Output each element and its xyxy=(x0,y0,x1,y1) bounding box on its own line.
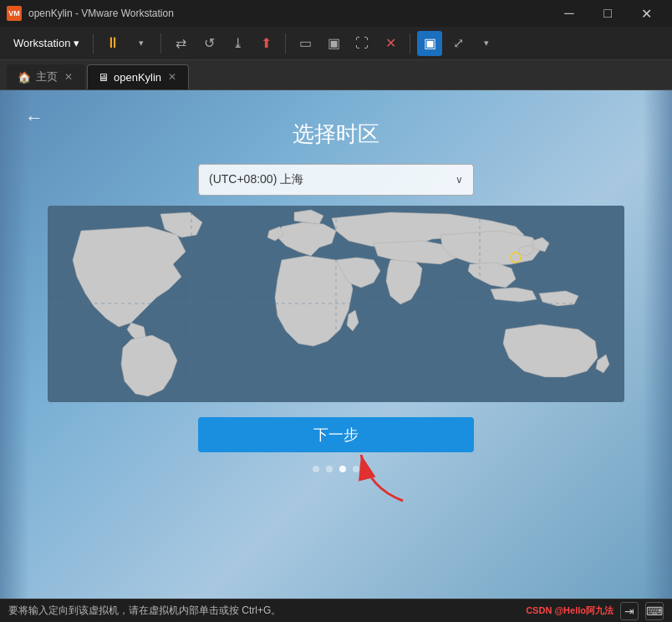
unity-button[interactable]: ⛶ xyxy=(349,31,374,56)
tab-bar: 🏠 主页 ✕ 🖥 openKylin ✕ xyxy=(0,60,672,90)
close-button[interactable]: ✕ xyxy=(627,0,665,27)
openkylin-tab-icon: 🖥 xyxy=(98,71,109,84)
home-tab-close[interactable]: ✕ xyxy=(63,69,74,84)
snapshot3-button[interactable]: ⬆ xyxy=(253,31,278,56)
keyboard-button[interactable]: ⌨ xyxy=(645,602,664,620)
progress-dot-2 xyxy=(326,466,333,472)
back-button[interactable]: ← xyxy=(25,107,43,129)
title-bar: VM openKylin - VMware Workstation ─ □ ✕ xyxy=(0,0,672,27)
next-button-label: 下一步 xyxy=(313,426,359,443)
window-controls: ─ □ ✕ xyxy=(550,0,665,27)
console-button[interactable]: ▣ xyxy=(417,31,442,56)
progress-dot-1 xyxy=(313,466,319,472)
status-message: 要将输入定向到该虚拟机，请在虚拟机内部单击或按 Ctrl+G。 xyxy=(8,604,526,618)
next-button[interactable]: 下一步 xyxy=(198,417,474,452)
fullscreen-button[interactable]: ▣ xyxy=(321,31,346,56)
toolbar-separator-4 xyxy=(410,33,410,54)
toolbar-separator-2 xyxy=(160,33,161,54)
home-tab-label: 主页 xyxy=(36,69,58,84)
status-right: CSDN @Hello阿九法 ⇥ ⌨ xyxy=(526,602,664,620)
snapshot-button[interactable]: ↺ xyxy=(196,31,221,56)
toolbar-separator-3 xyxy=(285,33,286,54)
toolbar-separator-1 xyxy=(93,33,94,54)
window-title: openKylin - VMware Workstation xyxy=(28,8,550,19)
workstation-dropdown-icon: ▾ xyxy=(74,37,79,49)
workstation-label: Workstation xyxy=(13,37,70,49)
pause-dropdown-button[interactable]: ▾ xyxy=(129,31,154,56)
page-title: 选择时区 xyxy=(293,120,379,149)
tab-home[interactable]: 🏠 主页 ✕ xyxy=(7,64,85,89)
timezone-dropdown[interactable]: (UTC+08:00) 上海 ∨ xyxy=(198,164,474,196)
world-map xyxy=(48,206,624,402)
progress-dot-3 xyxy=(339,466,346,472)
openkylin-tab-close[interactable]: ✕ xyxy=(166,69,178,84)
pause-button[interactable]: ⏸ xyxy=(100,31,125,56)
brand-label: CSDN @Hello阿九法 xyxy=(526,604,613,617)
expand-button[interactable]: ⤢ xyxy=(445,31,471,56)
toolbar: Workstation ▾ ⏸ ▾ ⇄ ↺ ⤓ ⬆ ▭ ▣ ⛶ ✕ ▣ ⤢ ▾ xyxy=(0,27,672,60)
exit-vm-button[interactable]: ⇥ xyxy=(620,602,639,620)
app-icon: VM xyxy=(7,6,22,21)
status-bar: 要将输入定向到该虚拟机，请在虚拟机内部单击或按 Ctrl+G。 CSDN @He… xyxy=(0,599,672,622)
close-vm-button[interactable]: ✕ xyxy=(378,31,403,56)
keyboard-icon: ⌨ xyxy=(646,604,663,618)
minimize-button[interactable]: ─ xyxy=(550,0,588,27)
red-arrow-annotation xyxy=(353,446,420,508)
restore-button[interactable]: □ xyxy=(588,0,627,27)
expand-dropdown-button[interactable]: ▾ xyxy=(474,31,499,56)
back-arrow-icon: ← xyxy=(25,107,43,128)
timezone-chevron-icon: ∨ xyxy=(456,174,463,186)
main-content: ← 选择时区 (UTC+08:00) 上海 ∨ xyxy=(0,90,672,599)
home-tab-icon: 🏠 xyxy=(18,71,31,84)
workstation-menu[interactable]: Workstation ▾ xyxy=(7,33,86,53)
view-button[interactable]: ▭ xyxy=(293,31,318,56)
timezone-value: (UTC+08:00) 上海 xyxy=(209,172,303,187)
exit-icon: ⇥ xyxy=(624,604,634,618)
openkylin-tab-label: openKylin xyxy=(114,71,161,84)
tab-openkylin[interactable]: 🖥 openKylin ✕ xyxy=(87,64,189,89)
snapshot2-button[interactable]: ⤓ xyxy=(225,31,250,56)
switch-vm-button[interactable]: ⇄ xyxy=(168,31,193,56)
